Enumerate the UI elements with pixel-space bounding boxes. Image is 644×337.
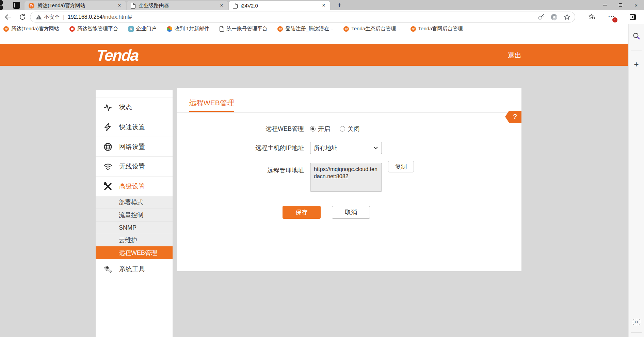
remote-web-mgmt-panel: 远程WEB管理 ? 远程WEB管理 开启 关闭 远程主机的IP地址 所有地址 远…: [177, 88, 521, 271]
radio-on[interactable]: [310, 126, 316, 132]
favorite-star-icon[interactable]: [563, 13, 571, 21]
maximize-button[interactable]: [613, 0, 628, 10]
browser-tab-1[interactable]: Te 腾达(Tenda)官方网站 ×: [25, 1, 126, 10]
sidebar-item-wireless-settings[interactable]: 无线设置: [96, 156, 173, 176]
sidebar-item-system-tools[interactable]: 系统工具: [96, 259, 173, 279]
gears-icon: [103, 265, 112, 274]
pulse-icon: [103, 103, 112, 112]
favorites-bar-icon[interactable]: [588, 13, 596, 21]
settings-menu-button[interactable]: ··· ↑: [608, 13, 615, 21]
bookmark-item[interactable]: Te Tenda官网后台管理...: [410, 26, 467, 32]
browser-toolbar: 不安全 | 192.168.0.254 /index.html# ··· ↑: [0, 10, 644, 24]
close-tab-icon[interactable]: ×: [219, 2, 225, 9]
security-label: 不安全: [44, 14, 60, 20]
tenda-logo: Tenda: [96, 46, 139, 64]
remote-ip-row: 远程主机的IP地址 所有地址: [177, 142, 521, 154]
tenda-favicon-icon: Te: [3, 26, 9, 32]
add-sidebar-app-button[interactable]: +: [634, 60, 639, 69]
tenda-header: Tenda 退出: [0, 44, 628, 66]
tab-actions-icon[interactable]: [13, 2, 20, 9]
refresh-icon[interactable]: [18, 13, 27, 21]
back-icon[interactable]: [4, 13, 12, 21]
tenda-favicon-icon: Te: [343, 26, 349, 32]
sidebar-item-network-settings[interactable]: 网络设置: [96, 137, 173, 156]
maximize-icon: [619, 3, 622, 7]
remote-mgmt-label: 远程WEB管理: [177, 125, 304, 133]
submenu-item-cloud-maintenance[interactable]: 云维护: [96, 234, 173, 246]
window-controls: ×: [597, 0, 644, 10]
tab-title: 腾达(Tenda)官方网站: [37, 2, 114, 9]
submenu-item-snmp[interactable]: SNMP: [96, 221, 173, 234]
bookmark-item[interactable]: Te 腾达(Tenda)官方网站: [3, 26, 59, 32]
url-separator: |: [63, 14, 64, 20]
bookmark-item[interactable]: 腾达智能管理平台: [69, 26, 118, 32]
remote-ip-select[interactable]: 所有地址: [310, 142, 382, 154]
k-portal-icon: K: [128, 26, 134, 32]
bolt-icon: [103, 123, 112, 132]
close-window-button[interactable]: ×: [628, 0, 644, 10]
url-host: 192.168.0.254: [68, 14, 102, 20]
sidebar-item-advanced-settings[interactable]: 高级设置: [96, 176, 173, 196]
browser-tab-3-active[interactable]: i24V2.0 ×: [229, 1, 330, 10]
radio-off[interactable]: [340, 126, 345, 132]
bookmark-item[interactable]: 收到 1封新邮件: [167, 26, 210, 32]
bookmark-item[interactable]: Te Tenda生态后台管理...: [343, 26, 400, 32]
bookmark-label: 统一账号管理平台: [226, 26, 267, 32]
new-tab-button[interactable]: +: [335, 1, 344, 10]
browser-tab-2[interactable]: 企业级路由器 ×: [127, 1, 228, 10]
bookmark-label: 腾达智能管理平台: [77, 26, 118, 32]
tab-title: 企业级路由器: [139, 2, 216, 9]
logout-button[interactable]: 退出: [508, 51, 521, 60]
submenu-item-traffic-control[interactable]: 流量控制: [96, 209, 173, 221]
bookmark-item[interactable]: 统一账号管理平台: [220, 26, 267, 32]
tenda-favicon-icon: Te: [29, 3, 34, 9]
cancel-button[interactable]: 取消: [332, 206, 370, 219]
tab-title: i24V2.0: [241, 3, 318, 9]
submenu-item-remote-web-mgmt[interactable]: 远程WEB管理: [96, 246, 173, 259]
rail-divider: [631, 50, 642, 50]
sidebar-item-quick-setup[interactable]: 快速设置: [96, 117, 173, 137]
remote-addr-label: 远程管理地址: [177, 161, 304, 174]
mail-icon: [167, 26, 172, 32]
sidebar-item-label: 系统工具: [119, 265, 145, 274]
bookmark-item[interactable]: K 企业门户: [128, 26, 157, 32]
page-title: 远程WEB管理: [189, 98, 234, 112]
update-badge: ↑: [612, 17, 617, 22]
tab-strip: Te 腾达(Tenda)官方网站 × 企业级路由器 × i24V2.0 × + …: [0, 0, 644, 10]
sidebar-nav: 状态 快速设置 网络设置 无线设置 高级设置 部署模式 流量控制 SNMP 云维…: [96, 90, 173, 337]
page-top-margin: [0, 34, 628, 44]
bookmark-item[interactable]: Te 登陆注册_腾达潜在...: [277, 26, 333, 32]
page-favicon-icon: [131, 3, 135, 9]
radio-off-label[interactable]: 关闭: [348, 125, 360, 133]
submenu-item-deployment-mode[interactable]: 部署模式: [96, 196, 173, 209]
sidebar-item-status[interactable]: 状态: [96, 97, 173, 117]
sidebar-toggle-icon[interactable]: [629, 13, 637, 21]
minimize-button[interactable]: [597, 0, 613, 10]
bookmarks-bar: Te 腾达(Tenda)官方网站 腾达智能管理平台 K 企业门户 收到 1封新邮…: [0, 24, 628, 34]
save-button[interactable]: 保存: [283, 206, 321, 219]
window-corner-icon: [0, 0, 3, 10]
bookmark-label: 登陆注册_腾达潜在...: [285, 26, 333, 32]
radio-on-label[interactable]: 开启: [318, 125, 330, 133]
extension-pinwheel-icon[interactable]: [550, 13, 558, 21]
remote-ip-selected-value: 所有地址: [314, 144, 373, 152]
screenshot-snip-button[interactable]: ✂: [633, 319, 640, 325]
copy-button[interactable]: 复制: [388, 161, 414, 172]
remote-addr-textarea[interactable]: https://mqiqnogc.cloud.tendacn.net:8082: [310, 163, 382, 192]
address-bar[interactable]: 不安全 | 192.168.0.254 /index.html#: [30, 12, 575, 22]
bookmark-label: Tenda官网后台管理...: [418, 26, 467, 32]
remote-mgmt-radio-group: 开启 关闭: [310, 125, 360, 133]
chevron-down-icon: [373, 145, 378, 150]
close-tab-icon[interactable]: ×: [321, 2, 327, 9]
search-icon[interactable]: [632, 32, 641, 40]
red-ring-icon: [69, 26, 75, 32]
edge-sidebar-rail: + ✂: [628, 24, 644, 337]
page-icon: [220, 26, 224, 32]
url-path: /index.html#: [102, 14, 132, 20]
password-key-icon[interactable]: [537, 13, 545, 21]
sidebar-item-label: 高级设置: [119, 182, 145, 191]
close-tab-icon[interactable]: ×: [116, 2, 123, 9]
bookmark-label: Tenda生态后台管理...: [351, 26, 400, 32]
bookmark-label: 收到 1封新邮件: [175, 26, 210, 32]
tenda-favicon-icon: Te: [277, 26, 283, 32]
